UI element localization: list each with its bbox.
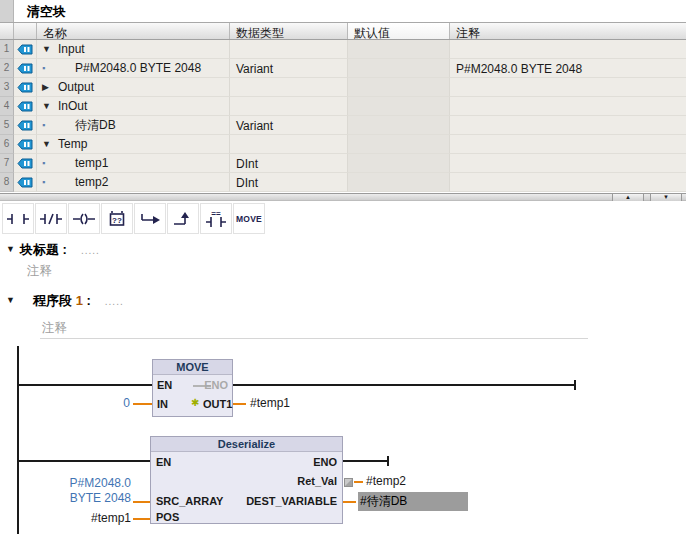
open-branch-button[interactable]: [134, 203, 166, 234]
block-title-text: 块标题 :: [20, 242, 67, 257]
header-datatype[interactable]: 数据类型: [230, 23, 348, 39]
move-in-operand[interactable]: 0: [100, 396, 130, 410]
network-colon: :: [83, 293, 91, 308]
srcarray-operand-line2[interactable]: BYTE 2048: [55, 491, 131, 505]
deserialize-pos-pin: POS: [156, 511, 179, 523]
table-row-input[interactable]: 1 ▼Input: [0, 40, 686, 59]
var-marker-icon: ▪: [42, 63, 56, 73]
contact-closed-button[interactable]: [35, 203, 67, 234]
expand-toggle-icon[interactable]: ▼: [42, 44, 56, 54]
row-default[interactable]: [348, 135, 450, 154]
tag-icon: [14, 97, 37, 116]
row-comment[interactable]: [450, 135, 686, 154]
star-icon: ✱: [191, 397, 199, 408]
row-name[interactable]: Temp: [58, 137, 87, 151]
expand-toggle-icon[interactable]: ▼: [42, 139, 56, 149]
row-default[interactable]: [348, 154, 450, 173]
table-row-inout-var[interactable]: 5 ▪待清DB Variant: [0, 116, 686, 135]
network-comment[interactable]: 注释: [42, 320, 67, 337]
row-default[interactable]: [348, 173, 450, 192]
block-comment[interactable]: 注释: [27, 263, 52, 280]
compare-box-button[interactable]: ==: [200, 203, 232, 234]
empty-box-button[interactable]: ??: [101, 203, 133, 234]
row-comment[interactable]: [450, 40, 686, 59]
lad-toolbar: ?? == MOVE: [0, 202, 686, 236]
row-datatype[interactable]: DInt: [230, 173, 348, 192]
table-row-temp2[interactable]: 8 ▪temp2 DInt: [0, 173, 686, 192]
row-comment[interactable]: [450, 154, 686, 173]
close-branch-button[interactable]: [167, 203, 199, 234]
tag-icon: [14, 59, 37, 78]
contact-open-button[interactable]: [2, 203, 34, 234]
retval-operand[interactable]: #temp2: [366, 474, 406, 488]
branch-end-tick: [387, 456, 389, 466]
expand-toggle-icon[interactable]: ▼: [42, 101, 56, 111]
row-comment[interactable]: [450, 97, 686, 116]
tag-icon: [14, 116, 37, 135]
row-comment[interactable]: [450, 116, 686, 135]
header-name[interactable]: 名称: [37, 23, 230, 39]
row-datatype[interactable]: [230, 78, 348, 97]
block-title-collapse-icon[interactable]: ▼: [6, 244, 15, 254]
retval-operand-wire: [354, 481, 363, 483]
pos-operand-wire: [133, 518, 150, 520]
deserialize-block[interactable]: Deserialize EN ENO Ret_Val SRC_ARRAY DES…: [150, 436, 343, 524]
table-row-temp1[interactable]: 7 ▪temp1 DInt: [0, 154, 686, 173]
network-heading: 程序段 1 :.....: [33, 292, 124, 310]
tag-icon: [14, 173, 37, 192]
interface-table: 1 ▼Input 2 ▪P#M2048.0 BYTE 2048 Variant …: [0, 40, 686, 192]
row-datatype[interactable]: [230, 97, 348, 116]
network-collapse-icon[interactable]: ▼: [6, 295, 15, 305]
row-datatype[interactable]: Variant: [230, 59, 348, 78]
expand-toggle-icon[interactable]: ▶: [42, 82, 56, 92]
row-default[interactable]: [348, 78, 450, 97]
table-row-temp[interactable]: 6 ▼Temp: [0, 135, 686, 154]
row-comment[interactable]: [450, 173, 686, 192]
row-number: 6: [0, 135, 14, 154]
row-default[interactable]: [348, 116, 450, 135]
table-row-output[interactable]: 3 ▶Output: [0, 78, 686, 97]
deserialize-en-pin: EN: [156, 456, 171, 468]
srcarray-operand-line1[interactable]: P#M2048.0: [55, 476, 131, 490]
header-default[interactable]: 默认值: [348, 23, 450, 39]
move-eno-pin: ENO: [204, 379, 228, 391]
network-title-dots[interactable]: .....: [105, 296, 124, 307]
collapse-down-button[interactable]: ▼: [650, 194, 682, 201]
srcarray-operand-wire: [133, 501, 150, 503]
pane-splitter[interactable]: ▲ ▼: [0, 193, 686, 201]
table-row-inout[interactable]: 4 ▼InOut: [0, 97, 686, 116]
block-title-dots[interactable]: .....: [81, 245, 100, 256]
row-datatype[interactable]: [230, 40, 348, 59]
pos-operand[interactable]: #temp1: [85, 511, 131, 525]
header-comment[interactable]: 注释: [450, 23, 686, 39]
conversion-icon: [344, 476, 353, 490]
move-instruction-button[interactable]: MOVE: [233, 203, 265, 234]
move-block[interactable]: MOVE EN ENO IN ✱ OUT1: [152, 359, 233, 417]
row-name[interactable]: 待清DB: [75, 117, 116, 134]
move-en-pin: EN: [157, 379, 172, 391]
destvariable-operand[interactable]: #待清DB: [358, 492, 468, 511]
row-name[interactable]: Output: [58, 80, 94, 94]
row-name[interactable]: temp1: [75, 156, 108, 170]
deserialize-block-title[interactable]: Deserialize: [151, 437, 342, 452]
move-out-operand[interactable]: #temp1: [250, 396, 290, 410]
row-comment[interactable]: [450, 78, 686, 97]
table-row-input-var[interactable]: 2 ▪P#M2048.0 BYTE 2048 Variant P#M2048.0…: [0, 59, 686, 78]
power-rail: [17, 346, 19, 534]
move-block-title[interactable]: MOVE: [153, 360, 232, 375]
row-comment[interactable]: P#M2048.0 BYTE 2048: [450, 59, 686, 78]
row-datatype[interactable]: [230, 135, 348, 154]
row-name[interactable]: temp2: [75, 175, 108, 189]
coil-button[interactable]: [68, 203, 100, 234]
row-datatype[interactable]: Variant: [230, 116, 348, 135]
tag-icon: [14, 40, 37, 59]
row-name[interactable]: Input: [58, 42, 85, 56]
row-default[interactable]: [348, 40, 450, 59]
row-name[interactable]: InOut: [58, 99, 87, 113]
row-default[interactable]: [348, 97, 450, 116]
row-default[interactable]: [348, 59, 450, 78]
svg-text:??: ??: [112, 216, 122, 225]
row-datatype[interactable]: DInt: [230, 154, 348, 173]
collapse-up-button[interactable]: ▲: [612, 194, 644, 201]
row-name[interactable]: P#M2048.0 BYTE 2048: [75, 61, 201, 75]
